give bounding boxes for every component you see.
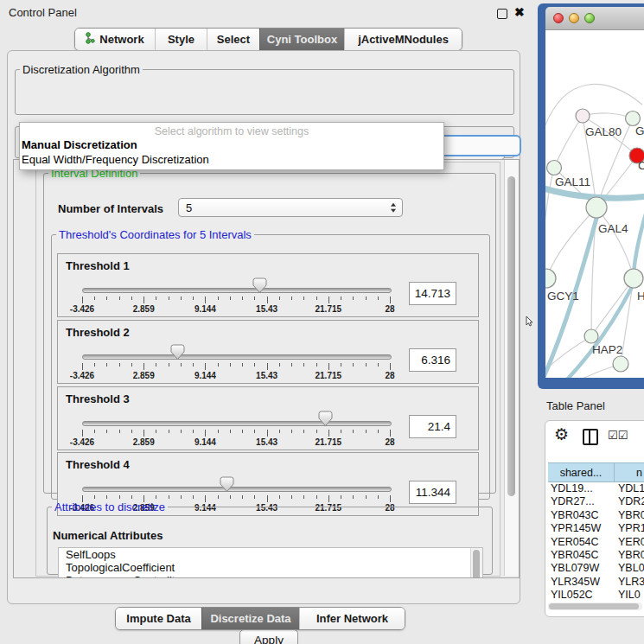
network-window-titlebar[interactable] [545, 7, 644, 30]
columns-icon[interactable] [583, 429, 598, 445]
threshold-label: Threshold 1 [66, 259, 130, 272]
network-edge [634, 208, 644, 272]
slider-thumb[interactable] [318, 411, 333, 427]
slider-tick-labels: -3.4262.8599.14415.4321.71528 [82, 437, 390, 447]
number-of-intervals-spinner[interactable]: 5 [178, 198, 403, 217]
node-label: GAL4 [598, 222, 628, 235]
slider-thumb[interactable] [220, 476, 234, 493]
close-icon[interactable]: ✖ [514, 5, 525, 19]
zoom-traffic-light[interactable] [584, 13, 595, 23]
cell-name: YDL1 [615, 482, 644, 495]
tick-label: 28 [385, 371, 394, 380]
tick-label: -3.426 [70, 371, 94, 380]
slider-thumb[interactable] [170, 344, 185, 360]
tab-jactivemnodules[interactable]: jActiveMNodules [344, 29, 462, 50]
slider-track[interactable] [82, 487, 392, 492]
tab-discretize-data[interactable]: Discretize Data [201, 608, 299, 629]
threshold-value-field[interactable]: 21.4 [409, 415, 456, 438]
tick-label: 21.715 [316, 437, 342, 447]
list-scrollbar[interactable] [470, 548, 482, 578]
scrollbar-thumb[interactable] [473, 550, 480, 578]
cell-name: YDR2 [615, 495, 644, 508]
cell-name: YBR0 [615, 509, 644, 522]
table-horizontal-scrollbar[interactable] [548, 603, 642, 610]
cell-shared-name: YBL079W [548, 562, 615, 575]
number-of-intervals-label: Number of Intervals [58, 202, 163, 215]
top-tab-bar: Network Style Select Cyni Toolbox jActiv… [74, 28, 462, 51]
cell-shared-name: YPR145W [548, 522, 615, 535]
popup-hint: Select algorithm to view settings [20, 125, 443, 137]
tab-cyni-toolbox[interactable]: Cyni Toolbox [259, 29, 344, 50]
table-row[interactable]: YDR27...YDR2 [548, 495, 644, 508]
slider-thumb[interactable] [252, 277, 267, 294]
column-header-shared[interactable]: shared... [548, 462, 615, 482]
cyni-toolbox-panel: Discretization Algorithm Select algorith… [7, 50, 520, 604]
threshold-value-field[interactable]: 14.713 [409, 282, 456, 305]
group-title: Attributes to discretize [52, 501, 168, 513]
cell-shared-name: YLR345W [548, 576, 615, 589]
tab-network[interactable]: Network [75, 29, 155, 50]
table-row[interactable]: YBR045CYBR0 [548, 549, 644, 562]
apply-button[interactable]: Apply [239, 629, 298, 644]
node-label: GCY1 [547, 290, 579, 303]
node-right[interactable] [624, 269, 643, 288]
cell-shared-name: YDL19... [548, 482, 615, 495]
gear-icon[interactable]: ⚙ [554, 426, 569, 443]
GAL11-node[interactable] [547, 161, 562, 175]
table-row[interactable]: YIL052CYIL0 [548, 589, 644, 602]
attribute-list-item[interactable]: SelfLoops [59, 548, 482, 561]
tab-infer-network[interactable]: Infer Network [299, 608, 405, 629]
tab-label: Network [99, 33, 143, 46]
tab-label: Cyni Toolbox [267, 33, 337, 46]
checkbox-icons[interactable]: ☑☑ [608, 429, 628, 442]
threshold-panel: Threshold 1-3.4262.8599.14415.4321.71528… [57, 253, 479, 317]
cell-shared-name: YBR043C [548, 509, 615, 522]
network-edge [545, 364, 621, 378]
tick-label: 2.859 [133, 437, 155, 447]
cell-name: YBR0 [615, 549, 644, 562]
settings-vertical-scrollbar[interactable] [504, 160, 519, 576]
table-row[interactable]: YBL079WYBL0 [548, 562, 644, 575]
menu-item-equal-width-frequency[interactable]: Equal Width/Frequency Discretization [22, 153, 209, 166]
float-window-icon[interactable] [497, 9, 507, 19]
GAL4-node[interactable] [586, 197, 607, 218]
node-label: H [637, 290, 644, 303]
table-row[interactable]: YDL19...YDL1 [548, 482, 644, 495]
threshold-label: Threshold 4 [66, 458, 130, 471]
GAL80-node[interactable] [576, 109, 590, 123]
slider-track[interactable] [82, 288, 392, 293]
node-label: G [635, 124, 644, 137]
close-traffic-light[interactable] [553, 13, 564, 23]
scrollbar-thumb[interactable] [507, 176, 515, 496]
network-canvas[interactable]: GAL80GCGAL11GAL4GCY1HHAP2 [545, 30, 644, 378]
stepper-arrows-icon[interactable] [391, 203, 396, 213]
node-label: GAL80 [585, 125, 622, 138]
table-panel-title: Table Panel [546, 399, 605, 412]
table-row[interactable]: YPR145WYPR1 [548, 522, 644, 535]
menu-item-manual-discretization[interactable]: Manual Discretization [22, 138, 137, 151]
network-edge [596, 207, 634, 278]
tab-impute-data[interactable]: Impute Data [116, 608, 201, 629]
attribute-list-item[interactable]: BetweennessCentrality [59, 574, 482, 578]
node-bottom[interactable] [613, 356, 628, 372]
HAP2-node[interactable] [584, 329, 598, 343]
node-top-right[interactable] [626, 112, 641, 126]
network-edge [591, 278, 634, 336]
network-edge [545, 168, 554, 255]
scrollbar-thumb[interactable] [549, 603, 639, 609]
slider-ticks [82, 296, 390, 304]
slider-track[interactable] [82, 354, 392, 360]
column-header-name[interactable]: n [615, 462, 644, 482]
table-row[interactable]: YLR345WYLR3 [548, 576, 644, 589]
table-row[interactable]: YBR043CYBR0 [548, 509, 644, 522]
tab-select[interactable]: Select [207, 29, 259, 50]
threshold-value-field[interactable]: 6.316 [409, 348, 456, 372]
tab-style[interactable]: Style [155, 29, 207, 50]
tick-label: 9.144 [194, 371, 216, 380]
table-row[interactable]: YER054CYER0 [548, 536, 644, 549]
minimize-traffic-light[interactable] [569, 13, 579, 23]
slider-track[interactable] [82, 421, 392, 426]
attribute-list-item[interactable]: TopologicalCoefficient [59, 561, 482, 574]
GCY1-node[interactable] [545, 269, 556, 288]
cell-name: YPR1 [615, 522, 644, 535]
